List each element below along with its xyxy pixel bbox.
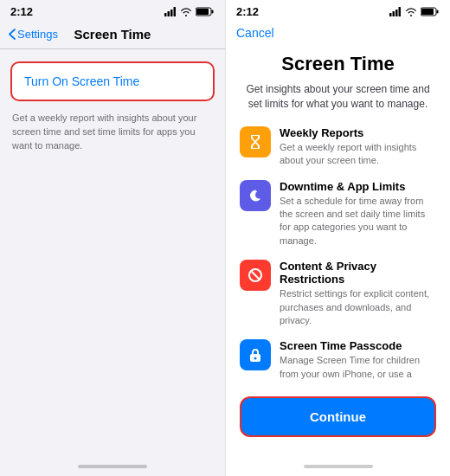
svg-rect-6 [196, 9, 209, 15]
svg-point-17 [254, 357, 257, 360]
battery-icon [421, 7, 440, 16]
left-nav-bar: Settings Screen Time [0, 22, 225, 49]
home-bar [78, 465, 147, 468]
weekly-reports-icon-bg [240, 126, 271, 158]
lock-icon [247, 346, 264, 363]
turn-on-label[interactable]: Turn On Screen Time [24, 74, 139, 88]
content-privacy-text: Content & Privacy Restrictions Restrict … [280, 260, 436, 327]
back-label: Settings [17, 28, 58, 41]
right-status-time: 2:12 [236, 5, 259, 18]
home-bar-right [304, 465, 373, 468]
svg-rect-1 [168, 11, 170, 16]
continue-button[interactable]: Continue [240, 396, 436, 437]
right-panel: 2:12 Cancel Screen Time Get insi [225, 0, 450, 476]
screen-time-description: Get insights about your screen time and … [240, 82, 436, 113]
left-status-bar: 2:12 [0, 0, 225, 22]
battery-icon [196, 7, 215, 16]
feature-item-content-privacy: Content & Privacy Restrictions Restrict … [240, 260, 436, 327]
back-button[interactable]: Settings [9, 28, 58, 41]
svg-rect-9 [395, 10, 398, 16]
left-status-icons [164, 7, 215, 16]
passcode-desc: Manage Screen Time for children from you… [280, 354, 436, 381]
svg-line-15 [251, 271, 260, 280]
downtime-title: Downtime & App Limits [280, 180, 436, 193]
content-privacy-title: Content & Privacy Restrictions [280, 260, 436, 286]
block-icon [247, 267, 264, 284]
left-description: Get a weekly report with insights about … [10, 112, 215, 153]
passcode-icon-bg [240, 339, 271, 370]
svg-rect-2 [170, 10, 173, 16]
right-status-bar: 2:12 [226, 0, 450, 22]
feature-item-passcode: Screen Time Passcode Manage Screen Time … [240, 339, 436, 381]
svg-rect-3 [174, 7, 177, 16]
downtime-text: Downtime & App Limits Set a schedule for… [280, 180, 436, 248]
svg-rect-7 [389, 13, 392, 16]
left-panel: 2:12 [0, 0, 225, 476]
passcode-text: Screen Time Passcode Manage Screen Time … [280, 339, 436, 381]
weekly-reports-title: Weekly Reports [280, 126, 436, 139]
svg-rect-12 [437, 10, 439, 14]
signal-icon [164, 7, 177, 16]
feature-item-weekly-reports: Weekly Reports Get a weekly report with … [240, 126, 436, 168]
right-home-indicator [226, 460, 450, 476]
downtime-icon-bg [240, 180, 271, 211]
wifi-icon [405, 7, 417, 16]
content-privacy-icon-bg [240, 260, 271, 291]
chevron-left-icon [9, 29, 16, 40]
wifi-icon [180, 7, 192, 16]
hourglass-icon [247, 133, 264, 151]
content-privacy-desc: Restrict settings for explicit content, … [280, 287, 436, 327]
left-status-time: 2:12 [10, 5, 33, 18]
passcode-title: Screen Time Passcode [280, 339, 436, 352]
svg-rect-0 [164, 13, 167, 16]
turn-on-cell[interactable]: Turn On Screen Time [10, 61, 215, 101]
feature-list: Weekly Reports Get a weekly report with … [240, 126, 436, 381]
right-content: Screen Time Get insights about your scre… [226, 48, 450, 460]
downtime-desc: Set a schedule for time away from the sc… [280, 195, 436, 248]
weekly-reports-desc: Get a weekly report with insights about … [280, 141, 436, 168]
right-status-icons [389, 7, 440, 16]
svg-rect-13 [421, 9, 434, 15]
cancel-button[interactable]: Cancel [236, 26, 274, 40]
right-nav: Cancel [226, 22, 450, 48]
moon-icon [247, 187, 264, 204]
screen-time-title: Screen Time [240, 53, 436, 75]
svg-rect-5 [212, 10, 214, 14]
left-nav-title: Screen Time [74, 27, 151, 42]
weekly-reports-text: Weekly Reports Get a weekly report with … [280, 126, 436, 168]
feature-item-downtime: Downtime & App Limits Set a schedule for… [240, 180, 436, 248]
left-content: Turn On Screen Time Get a weekly report … [0, 49, 225, 460]
svg-rect-8 [393, 11, 395, 16]
left-home-indicator [0, 460, 225, 476]
signal-icon [389, 7, 402, 16]
svg-rect-10 [399, 7, 402, 16]
